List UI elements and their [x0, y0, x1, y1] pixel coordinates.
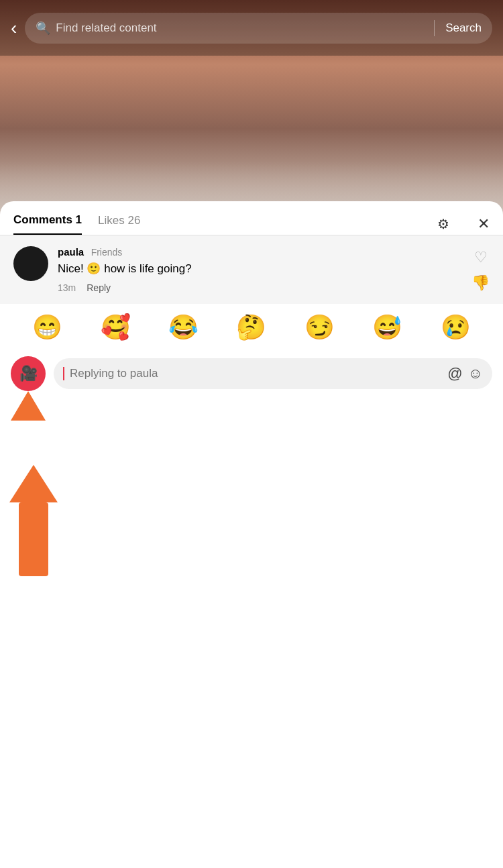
comments-header: Comments 1 Likes 26 ⚙ ✕ — [0, 201, 503, 235]
reply-button[interactable]: Reply — [87, 282, 111, 293]
emoji-laughing[interactable]: 😂 — [168, 313, 199, 341]
like-icon[interactable]: ♡ — [474, 249, 488, 266]
filter-icon[interactable]: ⚙ — [437, 216, 449, 232]
comment-body: paula Friends Nice! 🙂 how is life going?… — [58, 246, 462, 293]
comments-panel: Comments 1 Likes 26 ⚙ ✕ paula Friends Ni… — [0, 201, 503, 868]
at-icon[interactable]: @ — [447, 365, 462, 382]
emoji-smirk[interactable]: 😏 — [304, 313, 335, 341]
back-button[interactable]: ‹ — [11, 17, 17, 39]
emoji-row: 😁 🥰 😂 🤔 😏 😅 😢 — [0, 304, 503, 351]
comment-author: paula — [58, 246, 84, 258]
emoji-grinning[interactable]: 😁 — [32, 313, 62, 341]
comment-time: 13m — [58, 282, 76, 293]
reply-input-area: 🎥 @ ☺ — [0, 351, 503, 396]
reply-text-input[interactable] — [70, 367, 442, 380]
text-cursor — [63, 367, 64, 380]
top-bar: ‹ 🔍 Find related content Search — [0, 0, 503, 56]
tab-likes[interactable]: Likes 26 — [98, 214, 140, 234]
reply-input-container: @ ☺ — [54, 358, 492, 389]
comment-item: paula Friends Nice! 🙂 how is life going?… — [0, 235, 503, 304]
comment-actions: ♡ 👎 — [471, 246, 490, 292]
search-placeholder: Find related content — [56, 21, 423, 35]
comment-meta: 13m Reply — [58, 282, 462, 293]
close-icon[interactable]: ✕ — [478, 215, 490, 233]
video-icon: 🎥 — [19, 365, 38, 382]
avatar — [13, 246, 48, 281]
search-icon: 🔍 — [36, 21, 50, 36]
search-bar[interactable]: 🔍 Find related content Search — [25, 13, 492, 44]
emoji-sad[interactable]: 😢 — [441, 313, 471, 341]
tab-comments[interactable]: Comments 1 — [13, 213, 82, 235]
emoji-hearts[interactable]: 🥰 — [101, 313, 131, 341]
emoji-sweat[interactable]: 😅 — [372, 313, 402, 341]
comment-badge: Friends — [91, 247, 123, 258]
comment-text: Nice! 🙂 how is life going? — [58, 261, 462, 277]
search-button[interactable]: Search — [445, 21, 482, 35]
arrow-annotation — [9, 465, 58, 576]
search-divider — [434, 20, 435, 36]
emoji-picker-icon[interactable]: ☺ — [468, 365, 483, 382]
arrow-shaft — [19, 502, 48, 576]
arrow-head — [9, 465, 58, 502]
emoji-thinking[interactable]: 🤔 — [236, 313, 266, 341]
dislike-icon[interactable]: 👎 — [471, 274, 490, 292]
video-record-button[interactable]: 🎥 — [11, 356, 46, 391]
